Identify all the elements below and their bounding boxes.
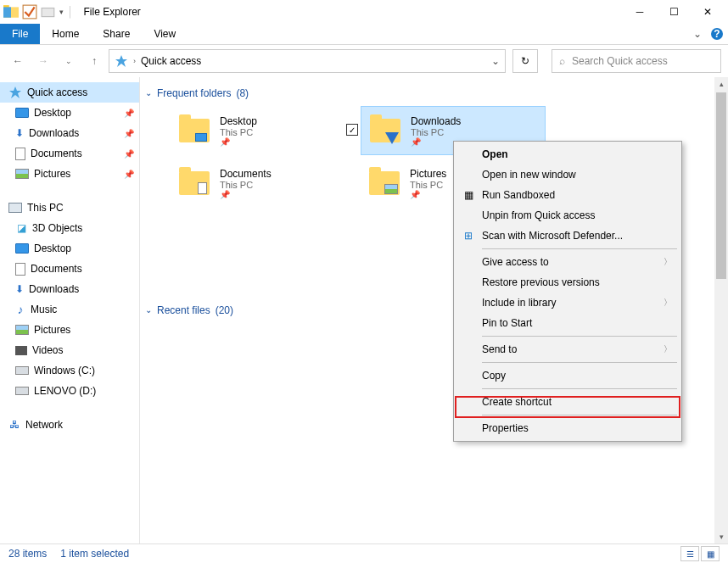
menu-open[interactable]: Open <box>456 144 679 164</box>
menu-pin-start[interactable]: Pin to Start <box>456 313 679 333</box>
sidebar-this-pc[interactable]: This PC <box>0 198 139 218</box>
sidebar-item-downloads-pc[interactable]: ⬇Downloads <box>0 279 139 299</box>
menu-give-access[interactable]: Give access to〉 <box>456 252 679 272</box>
qat-checkbox-icon[interactable] <box>22 4 37 20</box>
downloads-icon: ⬇ <box>15 127 24 139</box>
scroll-down-button[interactable]: ▾ <box>714 530 728 543</box>
folder-icon <box>179 119 210 142</box>
menu-restore-versions[interactable]: Restore previous versions <box>456 272 679 293</box>
menu-run-sandboxed[interactable]: ▦Run Sandboxed <box>456 185 679 205</box>
menu-copy[interactable]: Copy <box>456 365 679 386</box>
sidebar-item-documents-pc[interactable]: Documents <box>0 259 139 279</box>
qat-new-folder-icon[interactable] <box>41 4 56 20</box>
view-details-button[interactable]: ☰ <box>680 546 699 561</box>
menu-include-library[interactable]: Include in library〉 <box>456 293 679 313</box>
search-placeholder: Search Quick access <box>572 55 668 67</box>
status-item-count: 28 items <box>8 548 47 560</box>
folder-icon <box>179 171 210 195</box>
submenu-arrow-icon: 〉 <box>664 297 672 309</box>
section-frequent-folders[interactable]: ⌄ Frequent folders (8) <box>145 84 728 106</box>
navigation-bar: ← → ⌄ ↑ › Quick access ⌄ ↻ ⌕ Search Quic… <box>0 45 728 77</box>
qat-dropdown-icon[interactable]: ▾ <box>59 8 64 16</box>
pin-icon: 📌 <box>124 129 134 138</box>
sidebar-item-pictures-pc[interactable]: Pictures <box>0 320 139 340</box>
vertical-scrollbar[interactable]: ▴ ▾ <box>714 77 728 543</box>
sidebar-item-drive-d[interactable]: LENOVO (D:) <box>0 381 139 401</box>
window-title: File Explorer <box>84 6 141 18</box>
svg-rect-2 <box>3 7 11 17</box>
address-dropdown-icon[interactable]: ⌄ <box>491 55 500 67</box>
view-large-button[interactable]: ▦ <box>701 546 720 561</box>
star-icon <box>8 86 22 99</box>
sidebar-item-desktop[interactable]: Desktop📌 <box>0 103 139 123</box>
folder-desktop[interactable]: DesktopThis PC📌 <box>171 106 356 155</box>
menu-open-new-window[interactable]: Open in new window <box>456 164 679 185</box>
annotation-highlight <box>455 396 680 418</box>
tab-share[interactable]: Share <box>91 24 142 44</box>
downloads-icon: ⬇ <box>15 283 24 295</box>
pictures-icon <box>15 169 29 179</box>
sidebar-item-drive-c[interactable]: Windows (C:) <box>0 360 139 381</box>
sidebar-item-videos[interactable]: Videos <box>0 340 139 360</box>
tab-file[interactable]: File <box>0 24 40 44</box>
scroll-up-button[interactable]: ▴ <box>714 77 728 91</box>
sandbox-icon: ▦ <box>462 188 475 202</box>
sidebar-item-pictures[interactable]: Pictures📌 <box>0 164 139 184</box>
menu-unpin[interactable]: Unpin from Quick access <box>456 205 679 226</box>
forward-button[interactable]: → <box>32 50 54 72</box>
refresh-button[interactable]: ↻ <box>512 49 538 73</box>
quick-access-star-icon <box>115 54 128 68</box>
folder-documents[interactable]: DocumentsThis PC📌 <box>171 159 356 208</box>
pin-icon: 📌 <box>124 109 134 118</box>
sidebar-network[interactable]: 🖧Network <box>0 415 139 435</box>
explorer-icon <box>3 4 19 20</box>
sidebar-item-downloads[interactable]: ⬇Downloads📌 <box>0 123 139 143</box>
help-button[interactable]: ? <box>706 24 728 44</box>
sidebar-item-desktop-pc[interactable]: Desktop <box>0 238 139 259</box>
search-box[interactable]: ⌕ Search Quick access <box>552 49 721 73</box>
ribbon-collapse-icon[interactable]: ⌄ <box>689 24 706 44</box>
menu-properties[interactable]: Properties <box>456 418 679 438</box>
svg-marker-7 <box>115 55 127 67</box>
svg-rect-4 <box>42 8 54 17</box>
context-menu: Open Open in new window ▦Run Sandboxed U… <box>453 141 682 442</box>
menu-scan-defender[interactable]: ⊞Scan with Microsoft Defender... <box>456 226 679 246</box>
documents-icon <box>15 148 25 160</box>
pin-icon: 📌 <box>124 149 134 159</box>
pin-icon: 📌 <box>220 137 257 147</box>
back-button[interactable]: ← <box>7 50 29 72</box>
chevron-down-icon: ⌄ <box>145 88 152 98</box>
selection-checkbox[interactable]: ✓ <box>346 124 358 136</box>
scroll-thumb[interactable] <box>716 92 726 279</box>
this-pc-icon <box>8 203 22 213</box>
desktop-icon <box>15 108 29 118</box>
status-bar: 28 items 1 item selected ☰ ▦ <box>0 543 728 563</box>
search-icon: ⌕ <box>559 55 565 67</box>
videos-icon <box>15 346 27 355</box>
folder-icon <box>370 119 400 142</box>
drive-icon <box>15 366 29 375</box>
sidebar-item-3d-objects[interactable]: ◪3D Objects <box>0 218 139 238</box>
tab-view[interactable]: View <box>142 24 188 44</box>
documents-icon <box>15 263 25 276</box>
sidebar-item-documents[interactable]: Documents📌 <box>0 143 139 164</box>
address-bar[interactable]: › Quick access ⌄ <box>109 49 506 73</box>
3d-objects-icon: ◪ <box>15 222 27 234</box>
desktop-icon <box>15 243 29 254</box>
up-button[interactable]: ↑ <box>83 50 105 72</box>
recent-locations-button[interactable]: ⌄ <box>58 50 80 72</box>
chevron-down-icon: ⌄ <box>145 305 152 315</box>
tab-home[interactable]: Home <box>40 24 91 44</box>
maximize-button[interactable]: ☐ <box>657 0 691 24</box>
menu-send-to[interactable]: Send to〉 <box>456 339 679 360</box>
network-icon: 🖧 <box>8 420 20 430</box>
close-button[interactable]: ✕ <box>691 0 725 24</box>
drive-icon <box>15 387 29 395</box>
minimize-button[interactable]: ─ <box>623 0 657 24</box>
navigation-pane: Quick access Desktop📌 ⬇Downloads📌 Docume… <box>0 77 140 543</box>
sidebar-item-music[interactable]: ♪Music <box>0 299 139 320</box>
status-selected-count: 1 item selected <box>60 548 129 560</box>
sidebar-quick-access[interactable]: Quick access <box>0 82 139 103</box>
music-icon: ♪ <box>15 304 25 315</box>
pin-icon: 📌 <box>410 190 446 199</box>
